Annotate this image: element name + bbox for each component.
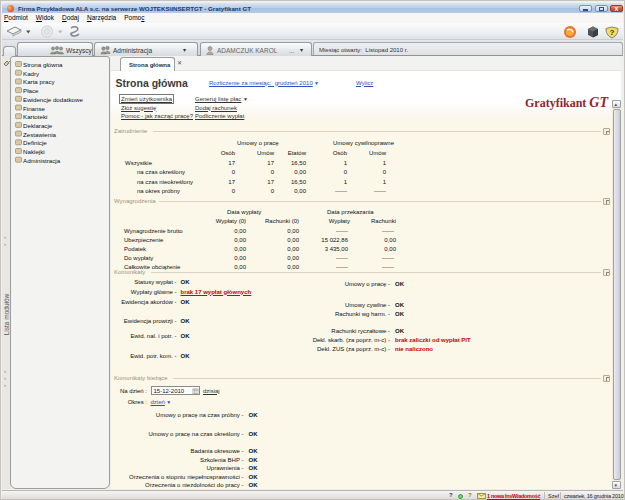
svg-text:?: ?	[610, 28, 615, 37]
